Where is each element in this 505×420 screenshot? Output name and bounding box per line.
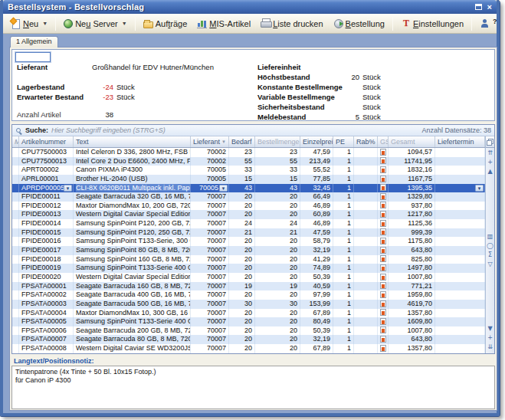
cell-dropdown-button[interactable]: ▼ [219, 185, 228, 192]
column-header-liefertermin[interactable]: Liefertermin [435, 136, 485, 147]
table-row[interactable]: FPIDE00019Samsung SpinPoint T133-Serie 4… [12, 264, 485, 273]
column-header-bedarf[interactable]: Bedarf [229, 136, 255, 147]
table-row[interactable]: FPIDE00013Western Digital Caviar Special… [12, 210, 485, 219]
column-header-m[interactable]: M [12, 136, 19, 147]
cell-text: Brother HL-2040 (USB) [74, 175, 191, 184]
gs-order-icon[interactable] [380, 166, 386, 173]
toolbar-button-new-document[interactable]: Neu▼ [6, 16, 52, 31]
toolbar-button-chart[interactable]: MIS-Artikel [192, 16, 255, 31]
table-row[interactable]: FPSATA00006Seagate Barracuda 200 GB, 8 M… [12, 326, 485, 336]
table-row[interactable]: FPSATA00007Seagate Barracuda 80 GB, 8 MB… [12, 335, 485, 344]
cell-dropdown-button[interactable]: ▼ [475, 185, 484, 192]
cell-dropdown-button[interactable]: ▼ [64, 185, 72, 192]
gs-order-icon[interactable] [380, 211, 386, 218]
table-row[interactable]: APRL00001Brother HL-2040 (USB)7000515157… [12, 175, 485, 184]
table-row[interactable]: APRT00002Canon PIXMA iP430070005333355,5… [12, 166, 485, 175]
gs-order-icon[interactable] [380, 176, 386, 182]
column-header-gs[interactable]: GS [378, 136, 389, 147]
grid-nav-scrollbar[interactable]: ⇈+▲ ▥◯Σ▽ ▼+⇊ [485, 136, 494, 353]
langtext-textarea[interactable]: Tintenpatrone (4x Tinte + 50 Bl. 10x15 F… [11, 366, 495, 409]
gs-order-icon[interactable] [380, 184, 386, 191]
gs-order-icon[interactable] [380, 264, 386, 271]
gs-order-icon[interactable] [380, 228, 386, 235]
cell-pe: 1 [333, 264, 354, 273]
gs-order-icon[interactable] [380, 255, 386, 262]
table-row[interactable]: APRDP00005▼CLI-8X 0620B011 Multipack ink… [12, 184, 485, 193]
gs-order-icon[interactable] [380, 345, 386, 352]
table-row[interactable]: FPIDE00017Samsung SpinPoint 80 GB, 8 MB,… [12, 246, 485, 255]
column-header-artikelnummer[interactable]: Artikelnummer [19, 136, 74, 147]
chart-icon [197, 18, 207, 28]
toolbar-button-print[interactable]: Liste drucken [256, 16, 327, 31]
toolbar-button-orders-folder[interactable]: Aufträge [139, 17, 192, 31]
cell-bestellmenge: 21 [255, 228, 300, 238]
table-row[interactable]: CPU77500003Intel Celeron D 336, 2800 MHz… [12, 148, 485, 157]
search-icon[interactable]: ◯ [487, 242, 494, 251]
toolbar-button-server[interactable]: Neu Server▼ [59, 16, 132, 31]
append-icon[interactable]: + [487, 334, 493, 343]
cell-text: Intel Celeron D 336, 2800 MHz, FSB 533 M… [74, 148, 191, 157]
column-chooser-icon[interactable] [487, 139, 494, 146]
insert-icon[interactable]: + [487, 159, 493, 167]
scroll-up-icon[interactable]: ▲ [487, 168, 492, 176]
cell-pe: 1 [333, 148, 354, 157]
column-header-einzelpreis[interactable]: Einzelpreis [300, 136, 333, 147]
cell-gs [378, 326, 389, 336]
scroll-down-icon[interactable]: ▼ [487, 325, 492, 333]
table-row[interactable]: FPIDE00012Maxtor DiamondMax 10, 200 GB, … [12, 202, 485, 211]
gs-order-icon[interactable] [380, 318, 386, 325]
new-document-icon [11, 18, 21, 28]
cell-bedarf: 20 [229, 255, 255, 264]
column-header-pe[interactable]: PE [333, 136, 354, 147]
table-row[interactable]: FPIDE00018Samsung SpinPoint 160 GB, 8 MB… [12, 255, 485, 264]
table-row[interactable]: FPIDE00016Samsung SpinPoint T133-Serie, … [12, 237, 485, 246]
gs-order-icon[interactable] [380, 220, 386, 227]
restore-icon[interactable] [475, 4, 482, 10]
toolbar-button-settings[interactable]: Einstellungen [396, 16, 468, 31]
gs-order-icon[interactable] [380, 149, 386, 156]
gs-order-icon[interactable] [380, 193, 386, 200]
gs-order-icon[interactable] [380, 157, 386, 164]
table-row[interactable]: CPU77500013Intel Core 2 Duo E6600, 2400 … [12, 157, 485, 166]
column-header-gesamt[interactable]: Gesamt [389, 136, 435, 147]
scroll-top-icon[interactable]: ⇈ [487, 149, 493, 158]
sum-icon[interactable]: Σ [488, 251, 492, 260]
column-header-bestellmenge[interactable]: Bestellmenge [255, 136, 300, 147]
gs-order-icon[interactable] [380, 291, 386, 298]
table-row[interactable]: FPIDE00020Western Digital Caviar Special… [12, 273, 485, 282]
table-row[interactable]: FPSATA00005Samsung SpinPoint T133-Serie … [12, 317, 485, 326]
table-row[interactable]: FPIDE00014Samsung SpinPoint P120, 200 GB… [12, 219, 485, 228]
columns-icon[interactable]: ▥ [487, 233, 494, 241]
gs-order-icon[interactable] [380, 282, 386, 289]
cell-lieferant: 70007 [191, 317, 229, 326]
table-row[interactable]: FPIDE00015Samsung SpinPoint P120, 250 GB… [12, 228, 485, 238]
gs-order-icon[interactable] [380, 300, 386, 307]
table-row[interactable]: FPIDE00011Seagate Barracuda 320 GB, 16 M… [12, 192, 485, 202]
gs-order-icon[interactable] [380, 309, 386, 316]
table-row[interactable]: FPSATA00008Western Digital Caviar SE WD3… [12, 344, 485, 353]
gs-order-icon[interactable] [380, 247, 386, 254]
table-row[interactable]: FPSATA00001Seagate Barracuda 160 GB, 8 M… [12, 282, 485, 291]
column-header-rab[interactable]: Rab% [354, 136, 378, 147]
gs-order-icon[interactable] [380, 336, 386, 343]
close-icon[interactable]: × [487, 3, 492, 11]
column-header-lieferant[interactable]: Lieferant▼ [191, 136, 229, 147]
cell-artikelnummer: FPSATA00002 [19, 290, 74, 300]
toolbar-button-help[interactable]: ? [475, 16, 502, 31]
table-row[interactable]: FPSATA00004Maxtor DiamondMax 10, 300 GB,… [12, 309, 485, 318]
gs-order-icon[interactable] [380, 274, 386, 281]
gs-order-icon[interactable] [380, 238, 386, 244]
tab-allgemein[interactable]: 1 Allgemein [10, 36, 58, 48]
table-row[interactable]: FPSATA00003Seagate Barracuda 500 GB, 16 … [12, 300, 485, 309]
filter-icon[interactable]: ▽ [487, 261, 492, 269]
table-row[interactable]: FPSATA00002Seagate Barracuda 400 GB, 16 … [12, 290, 485, 300]
cell-rab [354, 300, 378, 309]
toolbar-button-order-cart[interactable]: Bestellung [329, 16, 389, 31]
scroll-bottom-icon[interactable]: ⇊ [487, 343, 493, 352]
app-window: Bestellsystem - Bestellvorschlag × Neu▼N… [0, 0, 500, 416]
lieferant-filter-input[interactable] [15, 52, 51, 62]
gs-order-icon[interactable] [380, 202, 386, 208]
column-header-text[interactable]: Text [74, 136, 191, 147]
search-input[interactable]: Hier Suchbegriff eingeben (STRG+S) [51, 126, 418, 134]
gs-order-icon[interactable] [380, 326, 386, 333]
